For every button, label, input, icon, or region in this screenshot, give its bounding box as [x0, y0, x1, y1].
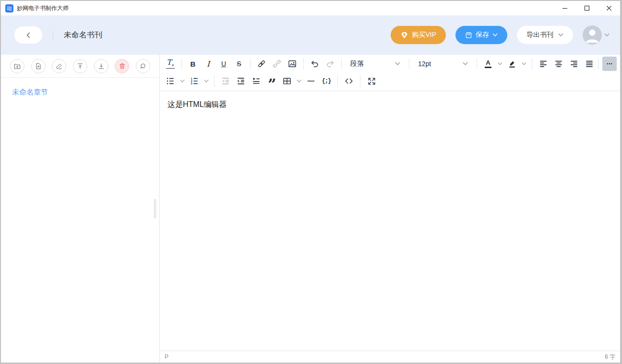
align-right-button[interactable]	[567, 57, 581, 71]
line-height-button[interactable]	[249, 74, 263, 88]
toolbar-separator	[303, 58, 304, 70]
more-dots-icon	[605, 59, 614, 68]
fullscreen-button[interactable]	[364, 74, 379, 88]
editor-pane: T× B I U S	[160, 55, 620, 363]
minimize-button[interactable]	[554, 1, 576, 15]
edit-pen-icon	[55, 62, 63, 70]
indent-button[interactable]	[234, 74, 248, 88]
app-window: 妙网电子书制作大师 未命名书刊 购买VIP 保存	[1, 1, 620, 363]
table-menu-button[interactable]	[295, 74, 303, 88]
paragraph-format-select[interactable]: 段落	[346, 57, 405, 71]
paragraph-format-value: 段落	[350, 59, 364, 68]
new-folder-button[interactable]	[10, 59, 24, 73]
account-menu[interactable]	[583, 25, 610, 45]
italic-button[interactable]: I	[201, 57, 215, 71]
close-icon	[606, 5, 612, 11]
align-left-icon	[538, 59, 548, 69]
word-count-button[interactable]: 6 字	[605, 353, 615, 361]
toolbar-separator	[337, 75, 338, 87]
download-button[interactable]	[94, 59, 108, 73]
trash-icon	[119, 62, 126, 70]
insert-image-button[interactable]	[285, 57, 299, 71]
minimize-icon	[562, 5, 568, 11]
search-icon	[139, 62, 147, 70]
main-area: 未命名章节 T× B I U S	[1, 55, 620, 363]
remove-link-button[interactable]	[270, 57, 284, 71]
export-book-label: 导出书刊	[526, 31, 553, 39]
upload-icon	[76, 62, 84, 70]
maximize-button[interactable]	[576, 1, 598, 15]
sidebar-resize-handle[interactable]	[153, 197, 157, 220]
table-button[interactable]	[280, 74, 294, 88]
link-icon	[257, 59, 266, 69]
clear-formatting-icon: T×	[166, 59, 174, 69]
insert-link-button[interactable]	[254, 57, 269, 71]
delete-chapter-button[interactable]	[115, 59, 129, 73]
back-button[interactable]	[14, 26, 42, 44]
bullet-list-button[interactable]	[163, 74, 178, 88]
align-center-button[interactable]	[551, 57, 566, 71]
upload-button[interactable]	[73, 59, 87, 73]
strikethrough-button[interactable]: S	[232, 57, 246, 71]
buy-vip-button[interactable]: 购买VIP	[391, 26, 446, 44]
chevron-down-icon	[492, 33, 498, 37]
numbered-list-button[interactable]: 123	[187, 74, 202, 88]
fullscreen-icon	[367, 77, 376, 86]
close-button[interactable]	[598, 1, 620, 15]
unlink-icon	[272, 59, 282, 69]
search-chapter-button[interactable]	[136, 59, 150, 73]
save-button[interactable]: 保存	[455, 26, 507, 44]
chapter-item[interactable]: 未命名章节	[1, 78, 159, 107]
toolbar-separator	[250, 58, 251, 70]
text-color-button[interactable]: A	[481, 57, 495, 71]
editor-content-area[interactable]: 这是HTML编辑器	[160, 91, 620, 351]
chapter-sidebar: 未命名章节	[1, 55, 160, 363]
export-book-button[interactable]: 导出书刊	[517, 26, 573, 44]
bullet-list-menu-button[interactable]	[179, 74, 186, 88]
source-code-button[interactable]	[342, 74, 356, 88]
justify-button[interactable]	[582, 57, 597, 71]
highlighter-icon	[508, 59, 516, 69]
undo-button[interactable]	[308, 57, 322, 71]
new-folder-icon	[13, 62, 21, 70]
image-icon	[287, 59, 297, 69]
new-chapter-button[interactable]	[31, 59, 46, 73]
text-color-menu-button[interactable]	[496, 57, 504, 71]
bold-button[interactable]: B	[186, 57, 200, 71]
code-sample-button[interactable]: {;}	[319, 74, 334, 88]
align-left-button[interactable]	[536, 57, 550, 71]
chevron-down-icon	[604, 33, 610, 37]
source-code-icon	[344, 76, 354, 86]
window-controls	[554, 1, 620, 15]
horizontal-rule-button[interactable]	[304, 74, 318, 88]
line-height-icon	[251, 76, 261, 86]
text-color-icon: A	[486, 59, 490, 66]
toolbar-separator	[214, 75, 215, 87]
background-color-button[interactable]	[505, 57, 519, 71]
element-path-button[interactable]: P	[165, 353, 168, 360]
underline-button[interactable]: U	[216, 57, 231, 71]
chevron-left-icon	[25, 32, 31, 39]
text-color-swatch	[485, 67, 491, 68]
clear-formatting-button[interactable]: T×	[163, 57, 178, 71]
toolbar-separator	[409, 58, 409, 70]
blockquote-button[interactable]: ”	[264, 74, 279, 88]
align-center-icon	[554, 59, 563, 69]
toolbar-separator	[532, 58, 532, 70]
justify-icon	[585, 59, 594, 69]
font-size-select[interactable]: 12pt	[414, 57, 472, 71]
app-logo-icon	[5, 4, 13, 12]
toolbar-separator	[341, 58, 342, 70]
outdent-button[interactable]	[218, 74, 233, 88]
editor-statusbar: P 6 字	[160, 351, 620, 363]
download-icon	[97, 62, 105, 70]
numbered-list-menu-button[interactable]	[203, 74, 210, 88]
more-toolbar-button[interactable]	[602, 57, 617, 71]
redo-icon	[325, 59, 335, 69]
outdent-icon	[221, 76, 230, 86]
buy-vip-label: 购买VIP	[412, 31, 436, 39]
background-color-menu-button[interactable]	[520, 57, 528, 71]
redo-button[interactable]	[323, 57, 337, 71]
chapter-toolbar	[1, 55, 159, 78]
rename-button[interactable]	[52, 59, 66, 73]
